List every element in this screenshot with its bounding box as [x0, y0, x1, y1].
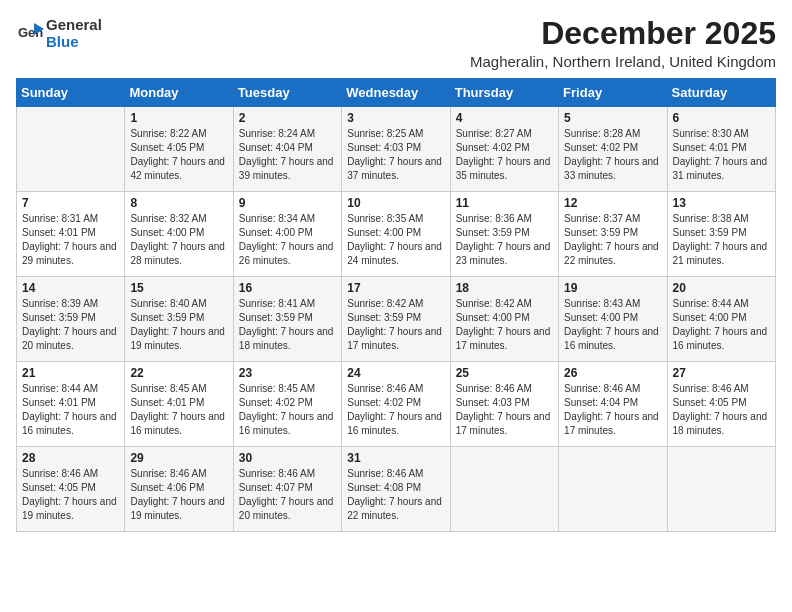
sunrise: Sunrise: 8:40 AM: [130, 298, 206, 309]
cell-info: Sunrise: 8:46 AM Sunset: 4:03 PM Dayligh…: [456, 382, 553, 438]
calendar-cell: 18 Sunrise: 8:42 AM Sunset: 4:00 PM Dayl…: [450, 277, 558, 362]
sunrise: Sunrise: 8:42 AM: [456, 298, 532, 309]
calendar-cell: 24 Sunrise: 8:46 AM Sunset: 4:02 PM Dayl…: [342, 362, 450, 447]
logo-blue: Blue: [46, 33, 79, 50]
calendar-cell: 20 Sunrise: 8:44 AM Sunset: 4:00 PM Dayl…: [667, 277, 775, 362]
calendar-cell: 22 Sunrise: 8:45 AM Sunset: 4:01 PM Dayl…: [125, 362, 233, 447]
page-container: Gen General Blue December 2025 Magherali…: [0, 0, 792, 542]
day-number: 23: [239, 366, 336, 380]
calendar-cell: 4 Sunrise: 8:27 AM Sunset: 4:02 PM Dayli…: [450, 107, 558, 192]
daylight: Daylight: 7 hours and 42 minutes.: [130, 156, 225, 181]
day-number: 13: [673, 196, 770, 210]
calendar-week-2: 14 Sunrise: 8:39 AM Sunset: 3:59 PM Dayl…: [17, 277, 776, 362]
day-number: 22: [130, 366, 227, 380]
sunset: Sunset: 3:59 PM: [22, 312, 96, 323]
day-number: 25: [456, 366, 553, 380]
col-sunday: Sunday: [17, 79, 125, 107]
sunset: Sunset: 4:03 PM: [347, 142, 421, 153]
cell-info: Sunrise: 8:45 AM Sunset: 4:02 PM Dayligh…: [239, 382, 336, 438]
cell-info: Sunrise: 8:43 AM Sunset: 4:00 PM Dayligh…: [564, 297, 661, 353]
day-number: 18: [456, 281, 553, 295]
day-number: 20: [673, 281, 770, 295]
cell-info: Sunrise: 8:27 AM Sunset: 4:02 PM Dayligh…: [456, 127, 553, 183]
calendar-cell: 25 Sunrise: 8:46 AM Sunset: 4:03 PM Dayl…: [450, 362, 558, 447]
cell-info: Sunrise: 8:35 AM Sunset: 4:00 PM Dayligh…: [347, 212, 444, 268]
sunrise: Sunrise: 8:31 AM: [22, 213, 98, 224]
daylight: Daylight: 7 hours and 21 minutes.: [673, 241, 768, 266]
sunrise: Sunrise: 8:46 AM: [673, 383, 749, 394]
cell-info: Sunrise: 8:41 AM Sunset: 3:59 PM Dayligh…: [239, 297, 336, 353]
daylight: Daylight: 7 hours and 16 minutes.: [22, 411, 117, 436]
daylight: Daylight: 7 hours and 16 minutes.: [673, 326, 768, 351]
daylight: Daylight: 7 hours and 16 minutes.: [564, 326, 659, 351]
calendar-cell: 30 Sunrise: 8:46 AM Sunset: 4:07 PM Dayl…: [233, 447, 341, 532]
daylight: Daylight: 7 hours and 22 minutes.: [347, 496, 442, 521]
day-number: 29: [130, 451, 227, 465]
sunrise: Sunrise: 8:27 AM: [456, 128, 532, 139]
daylight: Daylight: 7 hours and 28 minutes.: [130, 241, 225, 266]
sunrise: Sunrise: 8:28 AM: [564, 128, 640, 139]
daylight: Daylight: 7 hours and 19 minutes.: [22, 496, 117, 521]
sunrise: Sunrise: 8:46 AM: [239, 468, 315, 479]
calendar-cell: 28 Sunrise: 8:46 AM Sunset: 4:05 PM Dayl…: [17, 447, 125, 532]
calendar-cell: 16 Sunrise: 8:41 AM Sunset: 3:59 PM Dayl…: [233, 277, 341, 362]
day-number: 11: [456, 196, 553, 210]
cell-info: Sunrise: 8:44 AM Sunset: 4:00 PM Dayligh…: [673, 297, 770, 353]
calendar-cell: 10 Sunrise: 8:35 AM Sunset: 4:00 PM Dayl…: [342, 192, 450, 277]
sunrise: Sunrise: 8:39 AM: [22, 298, 98, 309]
cell-info: Sunrise: 8:44 AM Sunset: 4:01 PM Dayligh…: [22, 382, 119, 438]
daylight: Daylight: 7 hours and 20 minutes.: [22, 326, 117, 351]
cell-info: Sunrise: 8:32 AM Sunset: 4:00 PM Dayligh…: [130, 212, 227, 268]
sunset: Sunset: 3:59 PM: [130, 312, 204, 323]
calendar-cell: [450, 447, 558, 532]
sunset: Sunset: 4:01 PM: [673, 142, 747, 153]
sunrise: Sunrise: 8:45 AM: [239, 383, 315, 394]
calendar-cell: [559, 447, 667, 532]
sunset: Sunset: 4:05 PM: [22, 482, 96, 493]
sunrise: Sunrise: 8:25 AM: [347, 128, 423, 139]
daylight: Daylight: 7 hours and 17 minutes.: [564, 411, 659, 436]
cell-info: Sunrise: 8:30 AM Sunset: 4:01 PM Dayligh…: [673, 127, 770, 183]
sunset: Sunset: 4:00 PM: [564, 312, 638, 323]
cell-info: Sunrise: 8:31 AM Sunset: 4:01 PM Dayligh…: [22, 212, 119, 268]
daylight: Daylight: 7 hours and 39 minutes.: [239, 156, 334, 181]
sunrise: Sunrise: 8:46 AM: [130, 468, 206, 479]
daylight: Daylight: 7 hours and 17 minutes.: [347, 326, 442, 351]
sunset: Sunset: 3:59 PM: [564, 227, 638, 238]
sunrise: Sunrise: 8:46 AM: [347, 383, 423, 394]
sunrise: Sunrise: 8:44 AM: [673, 298, 749, 309]
daylight: Daylight: 7 hours and 16 minutes.: [239, 411, 334, 436]
col-monday: Monday: [125, 79, 233, 107]
cell-info: Sunrise: 8:28 AM Sunset: 4:02 PM Dayligh…: [564, 127, 661, 183]
calendar-cell: 14 Sunrise: 8:39 AM Sunset: 3:59 PM Dayl…: [17, 277, 125, 362]
cell-info: Sunrise: 8:46 AM Sunset: 4:04 PM Dayligh…: [564, 382, 661, 438]
day-number: 5: [564, 111, 661, 125]
col-wednesday: Wednesday: [342, 79, 450, 107]
calendar-cell: [17, 107, 125, 192]
daylight: Daylight: 7 hours and 18 minutes.: [673, 411, 768, 436]
calendar-cell: 29 Sunrise: 8:46 AM Sunset: 4:06 PM Dayl…: [125, 447, 233, 532]
day-number: 4: [456, 111, 553, 125]
cell-info: Sunrise: 8:46 AM Sunset: 4:05 PM Dayligh…: [673, 382, 770, 438]
day-number: 24: [347, 366, 444, 380]
daylight: Daylight: 7 hours and 26 minutes.: [239, 241, 334, 266]
logo-general: General: [46, 16, 102, 33]
day-number: 7: [22, 196, 119, 210]
cell-info: Sunrise: 8:46 AM Sunset: 4:05 PM Dayligh…: [22, 467, 119, 523]
sunset: Sunset: 4:02 PM: [564, 142, 638, 153]
sunrise: Sunrise: 8:45 AM: [130, 383, 206, 394]
calendar-cell: 13 Sunrise: 8:38 AM Sunset: 3:59 PM Dayl…: [667, 192, 775, 277]
sunset: Sunset: 3:59 PM: [347, 312, 421, 323]
day-number: 2: [239, 111, 336, 125]
sunset: Sunset: 4:04 PM: [564, 397, 638, 408]
logo-text: General Blue: [46, 16, 102, 51]
day-number: 14: [22, 281, 119, 295]
daylight: Daylight: 7 hours and 29 minutes.: [22, 241, 117, 266]
cell-info: Sunrise: 8:38 AM Sunset: 3:59 PM Dayligh…: [673, 212, 770, 268]
sunset: Sunset: 4:07 PM: [239, 482, 313, 493]
day-number: 1: [130, 111, 227, 125]
day-number: 12: [564, 196, 661, 210]
daylight: Daylight: 7 hours and 24 minutes.: [347, 241, 442, 266]
cell-info: Sunrise: 8:40 AM Sunset: 3:59 PM Dayligh…: [130, 297, 227, 353]
sunset: Sunset: 4:02 PM: [456, 142, 530, 153]
